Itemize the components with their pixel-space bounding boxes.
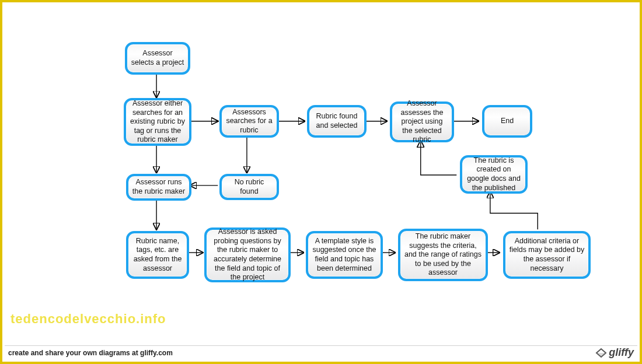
- brand-logo: gliffy: [595, 346, 634, 359]
- node-search-or-run: Assessor either searches for an existing…: [124, 98, 191, 146]
- node-no-rubric: No rubric found: [219, 174, 279, 200]
- node-runs-maker: Assessor runs the rubric maker: [126, 174, 191, 201]
- node-template-style: A template style is suggested once the f…: [306, 231, 383, 279]
- node-end: End: [482, 105, 532, 138]
- node-text: Assessor assesses the project using the …: [396, 99, 448, 145]
- watermark-text: tedencodelvecchio.info: [11, 312, 166, 327]
- node-text: Additional criteria or fields may be add…: [509, 237, 585, 274]
- node-rubric-found: Rubric found and selected: [307, 105, 367, 138]
- arrows-layer: [5, 5, 637, 345]
- gliffy-icon: [595, 347, 608, 359]
- node-assessor-selects-project: Assessor selects a project: [125, 42, 190, 75]
- node-text: Assessors searches for a rubric: [225, 108, 273, 135]
- node-text: No rubric found: [225, 178, 273, 196]
- node-searches-rubric: Assessors searches for a rubric: [219, 105, 279, 138]
- node-text: Assessor selects a project: [131, 49, 184, 67]
- node-text: Assessor runs the rubric maker: [132, 178, 186, 196]
- diagram-canvas: Assessor selects a project Assessor eith…: [5, 5, 637, 345]
- node-text: A template style is suggested once the f…: [312, 237, 377, 274]
- node-text: End: [501, 117, 514, 126]
- node-text: Assessor is asked probing questions by t…: [210, 228, 285, 282]
- node-rubric-created: The rubric is created on google docs and…: [460, 155, 528, 194]
- node-text: Assessor either searches for an existing…: [130, 99, 186, 145]
- brand-text: gliffy: [609, 346, 634, 359]
- footer-text: create and share your own diagrams at gl…: [8, 349, 173, 357]
- node-assess-project: Assessor assesses the project using the …: [390, 102, 454, 142]
- node-suggests-criteria: The rubric maker suggests the criteria, …: [398, 229, 488, 281]
- node-text: Rubric found and selected: [313, 112, 361, 130]
- node-probing-questions: Assessor is asked probing questions by t…: [204, 228, 291, 282]
- node-text: The rubric maker suggests the criteria, …: [404, 232, 482, 278]
- node-text: Rubric name, tags, etc. are asked from t…: [132, 237, 183, 274]
- node-text: The rubric is created on google docs and…: [466, 156, 522, 193]
- diagram-frame: Assessor selects a project Assessor eith…: [0, 0, 642, 364]
- footer-bar: create and share your own diagrams at gl…: [5, 345, 637, 359]
- node-rubric-name-tags: Rubric name, tags, etc. are asked from t…: [126, 231, 189, 279]
- node-additional-criteria: Additional criteria or fields may be add…: [503, 231, 591, 279]
